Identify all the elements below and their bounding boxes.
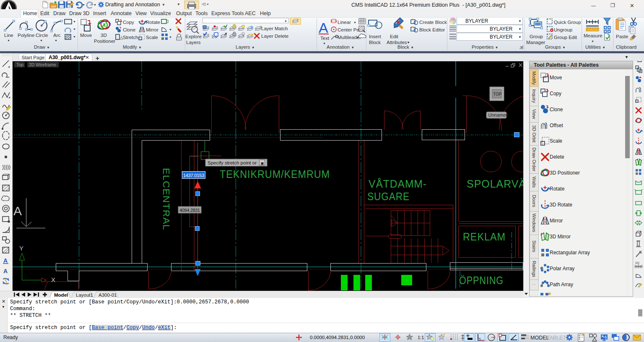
svg-text:4094.2831: 4094.2831	[179, 208, 200, 213]
svg-text:Arc: Arc	[53, 33, 61, 38]
svg-text:Clone: Clone	[123, 27, 135, 32]
svg-text:Layers ▼: Layers ▼	[236, 44, 255, 50]
svg-text:A: A	[3, 268, 8, 274]
svg-text:Line: Line	[4, 33, 13, 38]
svg-text:▼: ▼	[323, 42, 326, 45]
svg-text:Polyline: Polyline	[18, 33, 34, 38]
svg-text:Copy: Copy	[123, 20, 134, 25]
svg-text:▼: ▼	[55, 39, 57, 42]
svg-text:Path Array: Path Array	[550, 282, 573, 287]
svg-text:Layers: Layers	[186, 40, 201, 45]
svg-text:ELCENTRAL: ELCENTRAL	[161, 168, 171, 230]
svg-text:Quick Group: Quick Group	[554, 20, 581, 25]
svg-text:ÖPPNING: ÖPPNING	[459, 274, 504, 286]
svg-text:Draw ▼: Draw ▼	[34, 44, 50, 50]
svg-text:Block Editor: Block Editor	[419, 27, 445, 32]
svg-text:Mirror: Mirror	[550, 218, 563, 224]
svg-text:3D Positioner: 3D Positioner	[550, 170, 580, 176]
svg-text:X: X	[51, 276, 55, 283]
svg-text:Layout1: Layout1	[76, 292, 93, 298]
svg-text:Model: Model	[54, 292, 68, 298]
svg-text:▼: ▼	[284, 20, 287, 23]
svg-text:Explore: Explore	[185, 34, 202, 39]
svg-text:Polar Array: Polar Array	[550, 266, 574, 272]
svg-text:Paste: Paste	[616, 34, 628, 39]
svg-text:Drafting and Annotation: Drafting and Annotation	[105, 2, 160, 8]
svg-text:Circle: Circle	[36, 33, 48, 38]
svg-text:Ungroup: Ungroup	[554, 27, 572, 32]
svg-text:Rotate: Rotate	[550, 186, 565, 192]
svg-text:Rectangular Array: Rectangular Array	[550, 250, 590, 256]
svg-text:A: A	[3, 257, 8, 264]
svg-text:1437.0153: 1437.0153	[183, 173, 204, 178]
svg-text:▼: ▼	[73, 35, 76, 38]
svg-text:Scale: Scale	[550, 138, 562, 144]
svg-text:Properties ▼: Properties ▼	[472, 44, 499, 50]
svg-text:▼: ▼	[518, 27, 522, 31]
svg-text:Delete: Delete	[550, 154, 564, 160]
svg-text:▼: ▼	[73, 28, 76, 31]
svg-text:1:1: 1:1	[418, 335, 424, 340]
svg-text:▼: ▼	[162, 3, 165, 7]
svg-text:Move: Move	[550, 75, 562, 81]
svg-text:BYLAYER: BYLAYER	[465, 18, 488, 24]
svg-text:Layer Match: Layer Match	[261, 26, 288, 31]
svg-text:A: A	[13, 204, 22, 218]
svg-text:▼: ▼	[169, 28, 172, 31]
svg-text:▼: ▼	[93, 3, 96, 6]
svg-text:▼: ▼	[518, 35, 522, 39]
svg-text:TABLET: TABLET	[547, 335, 566, 341]
svg-text:BYLAYER: BYLAYER	[490, 26, 513, 32]
svg-text:▼: ▼	[518, 19, 522, 23]
svg-text:▼: ▼	[7, 39, 10, 42]
svg-text:Linear: Linear	[338, 20, 351, 25]
svg-text:TEKNIKRUM/KEMRUM: TEKNIKRUM/KEMRUM	[220, 168, 330, 180]
svg-text:▼: ▼	[407, 41, 410, 44]
svg-text:▼: ▼	[82, 3, 85, 6]
svg-text:Y: Y	[19, 245, 23, 252]
svg-text:2D Wireframe: 2D Wireframe	[29, 62, 56, 67]
svg-text:Block: Block	[369, 40, 381, 45]
svg-text:SPOLARVÄ: SPOLARVÄ	[467, 178, 523, 190]
svg-text:Draw Order: Draw Order	[532, 148, 537, 172]
svg-text:Stretch: Stretch	[123, 35, 138, 40]
svg-text:Modify ▼: Modify ▼	[123, 44, 142, 50]
svg-text:BYLAYER: BYLAYER	[490, 34, 513, 40]
svg-text:Mirror: Mirror	[146, 27, 158, 32]
svg-text:A300-01: A300-01	[99, 292, 117, 298]
svg-text:Clipboard: Clipboard	[616, 44, 636, 50]
svg-text:▼: ▼	[591, 40, 594, 43]
svg-text:3D Orbit: 3D Orbit	[532, 125, 537, 143]
svg-text:3D: 3D	[101, 33, 107, 38]
svg-text:Group: Group	[530, 34, 543, 39]
svg-text:Unnamed: Unnamed	[488, 112, 509, 117]
svg-text:Positioner: Positioner	[94, 39, 115, 44]
svg-text:Insert: Insert	[369, 34, 382, 39]
svg-text:Rotate: Rotate	[146, 20, 160, 25]
svg-text:0.0000,4094.2831,0.0000: 0.0000,4094.2831,0.0000	[310, 335, 365, 340]
svg-text:▼: ▼	[353, 21, 356, 24]
svg-text:Text: Text	[320, 36, 330, 41]
svg-text:SUGARE: SUGARE	[367, 191, 410, 202]
svg-text:▼: ▼	[169, 36, 172, 39]
svg-text:TOP: TOP	[493, 92, 502, 97]
svg-text:Move: Move	[80, 33, 92, 38]
svg-text:Utilities ▼: Utilities ▼	[585, 44, 605, 50]
svg-text:Scale: Scale	[146, 35, 158, 40]
svg-text:Top: Top	[16, 62, 23, 67]
svg-text:Manager: Manager	[526, 40, 545, 45]
svg-text:Edit: Edit	[390, 34, 399, 39]
svg-text:▼: ▼	[73, 20, 76, 23]
svg-text:Groups ▼: Groups ▼	[545, 44, 566, 50]
svg-text:Walls: Walls	[532, 177, 537, 188]
svg-text:▣: ▣	[260, 161, 264, 165]
svg-text:Stairs: Stairs	[532, 240, 537, 253]
svg-text:Windows: Windows	[532, 214, 537, 232]
svg-text:Offset: Offset	[550, 123, 563, 128]
svg-text:Group Edit: Group Edit	[554, 35, 577, 40]
svg-text:A: A	[319, 20, 328, 36]
svg-text:Annotation ▼: Annotation ▼	[327, 44, 354, 50]
svg-text:Clone: Clone	[550, 107, 563, 112]
svg-text:3D Mirror: 3D Mirror	[550, 234, 571, 240]
svg-text:Measure: Measure	[584, 33, 602, 38]
